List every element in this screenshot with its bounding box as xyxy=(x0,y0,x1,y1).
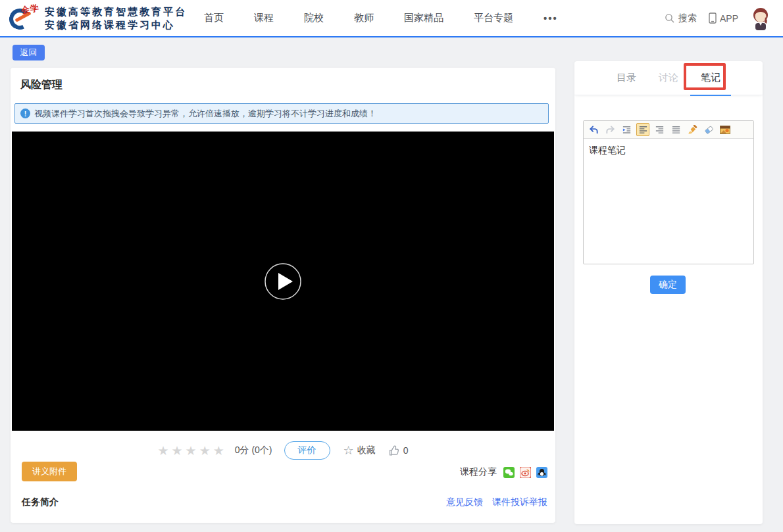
task-intro-heading: 任务简介 xyxy=(22,496,59,508)
info-icon: ! xyxy=(20,109,30,118)
rating-row: ★★★★★ 0分 (0个) 评价 ☆ 收藏 0 xyxy=(11,440,555,461)
note-editor-toolbar xyxy=(584,121,753,139)
favorite-button[interactable]: ☆ 收藏 xyxy=(343,445,376,456)
platform-title-line1: 安徽高等教育智慧教育平台 xyxy=(45,5,187,18)
wechat-share-icon[interactable] xyxy=(503,467,515,478)
video-player[interactable] xyxy=(12,132,554,431)
weibo-share-icon[interactable] xyxy=(520,467,531,478)
logo-mark-icon: 会学 xyxy=(8,5,36,32)
handout-attachment-button[interactable]: 讲义附件 xyxy=(22,462,77,481)
search-icon xyxy=(665,13,675,24)
platform-title-line2: 安徽省网络课程学习中心 xyxy=(45,18,187,32)
feedback-link[interactable]: 意见反馈 xyxy=(446,496,483,508)
align-center-icon[interactable] xyxy=(653,123,666,136)
platform-logo[interactable]: 会学 安徽高等教育智慧教育平台 安徽省网络课程学习中心 xyxy=(8,5,187,32)
sidebar-tabs: 目录 讨论 笔记 xyxy=(574,61,763,95)
course-share-row: 课程分享 xyxy=(460,466,547,478)
rating-score-text: 0分 (0个) xyxy=(235,445,272,456)
mobile-app-icon xyxy=(709,12,717,24)
notice-banner: ! 视频课件学习首次拖拽会导致学习异常，允许倍速播放，逾期学习将不计学习进度和成… xyxy=(14,103,549,124)
note-editor[interactable]: 课程笔记 xyxy=(583,120,754,264)
header: 会学 安徽高等教育智慧教育平台 安徽省网络课程学习中心 首页 课程 院校 教师 … xyxy=(0,0,783,37)
like-button[interactable]: 0 xyxy=(389,445,409,456)
user-avatar[interactable] xyxy=(750,7,771,30)
course-learning-page: 会学 安徽高等教育智慧教育平台 安徽省网络课程学习中心 首页 课程 院校 教师 … xyxy=(0,0,783,532)
star-icon[interactable]: ★ xyxy=(172,444,186,458)
nav-item-national-quality[interactable]: 国家精品 xyxy=(404,12,443,24)
favorite-star-icon: ☆ xyxy=(343,445,354,456)
share-label: 课程分享 xyxy=(460,466,497,478)
course-content-card: 风险管理 ! 视频课件学习首次拖拽会导致学习异常，允许倍速播放，逾期学习将不计学… xyxy=(11,68,555,523)
nav-item-colleges[interactable]: 院校 xyxy=(304,12,324,24)
search-label: 搜索 xyxy=(678,12,697,24)
undo-icon[interactable] xyxy=(587,123,600,136)
note-text-area[interactable]: 课程笔记 xyxy=(584,139,753,264)
app-label: APP xyxy=(720,13,738,24)
like-count: 0 xyxy=(403,445,409,456)
header-right: 搜索 APP xyxy=(665,7,771,30)
eraser-icon[interactable] xyxy=(702,123,715,136)
thumbs-up-icon xyxy=(389,445,400,456)
card-bottom-row: 任务简介 意见反馈 课件投诉举报 xyxy=(22,496,547,508)
redo-icon[interactable] xyxy=(603,123,617,136)
search-button[interactable]: 搜索 xyxy=(665,12,697,24)
nav-item-home[interactable]: 首页 xyxy=(204,12,224,24)
clean-format-brush-icon[interactable] xyxy=(686,123,699,136)
main-nav: 首页 课程 院校 教师 国家精品 平台专题 ••• xyxy=(204,12,558,24)
outdent-icon[interactable] xyxy=(620,123,633,136)
star-icon[interactable]: ★ xyxy=(158,444,172,458)
back-button[interactable]: 返回 xyxy=(13,45,45,60)
rate-button[interactable]: 评价 xyxy=(284,441,330,460)
nav-item-teachers[interactable]: 教师 xyxy=(354,12,374,24)
favorite-label: 收藏 xyxy=(357,445,376,456)
align-left-icon[interactable] xyxy=(636,123,649,136)
app-download-button[interactable]: APP xyxy=(709,12,738,24)
align-justify-icon[interactable] xyxy=(669,123,682,136)
nav-item-platform-topics[interactable]: 平台专题 xyxy=(474,12,513,24)
qq-share-icon[interactable] xyxy=(536,467,547,478)
nav-more-icon[interactable]: ••• xyxy=(543,12,558,24)
report-link[interactable]: 课件投诉举报 xyxy=(492,496,547,508)
tab-catalog[interactable]: 目录 xyxy=(617,61,636,95)
logo-script-text: 会学 xyxy=(20,2,40,16)
confirm-button[interactable]: 确定 xyxy=(650,276,686,294)
star-icon[interactable]: ★ xyxy=(186,444,199,458)
tab-notes[interactable]: 笔记 xyxy=(701,61,720,95)
play-button-icon[interactable] xyxy=(264,262,302,301)
star-icon[interactable]: ★ xyxy=(199,444,213,458)
nav-item-courses[interactable]: 课程 xyxy=(254,12,274,24)
sidebar-panel: 目录 讨论 笔记 xyxy=(574,61,763,524)
platform-title: 安徽高等教育智慧教育平台 安徽省网络课程学习中心 xyxy=(45,5,187,32)
insert-image-icon[interactable] xyxy=(719,123,732,136)
course-title: 风险管理 xyxy=(20,78,63,92)
bottom-links: 意见反馈 课件投诉举报 xyxy=(446,496,547,508)
star-icon[interactable]: ★ xyxy=(213,444,227,458)
rating-stars[interactable]: ★★★★★ xyxy=(158,445,227,457)
notice-text: 视频课件学习首次拖拽会导致学习异常，允许倍速播放，逾期学习将不计学习进度和成绩！ xyxy=(34,108,376,120)
tab-discussion[interactable]: 讨论 xyxy=(659,61,678,95)
